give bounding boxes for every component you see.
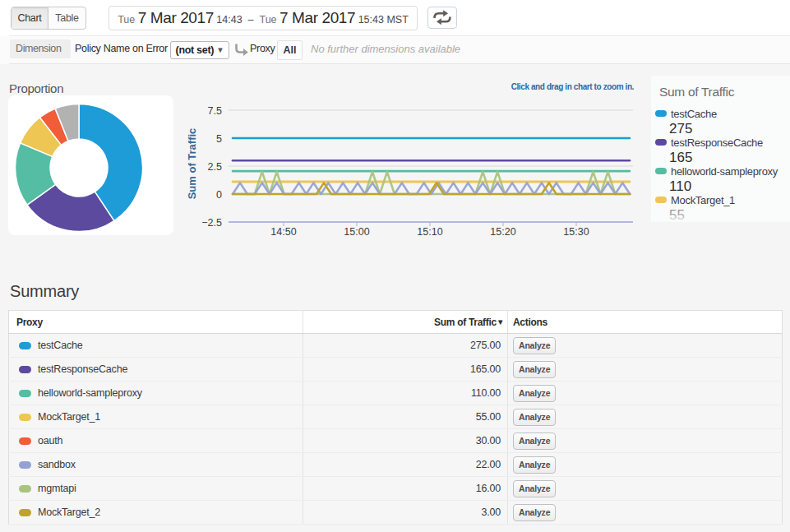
svg-text:7.5: 7.5	[208, 105, 222, 117]
svg-text:15:10: 15:10	[417, 226, 442, 238]
svg-text:Sum of Traffic: Sum of Traffic	[186, 128, 198, 200]
svg-text:15:00: 15:00	[344, 226, 369, 238]
svg-text:0: 0	[216, 189, 222, 201]
svg-text:−2.5: −2.5	[201, 217, 222, 229]
svg-text:15:30: 15:30	[563, 226, 589, 238]
svg-text:2.5: 2.5	[208, 161, 222, 173]
svg-text:5: 5	[216, 133, 222, 145]
svg-text:14:50: 14:50	[270, 226, 296, 238]
svg-text:15:20: 15:20	[490, 226, 515, 238]
